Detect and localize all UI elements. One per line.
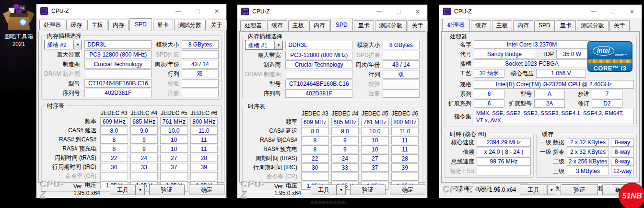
tab-mainboard[interactable]: 主板: [492, 20, 512, 31]
cpuz-window-spd-slot1: CPU-Z — ✕ 处理器 缓存 主板 内存 SPD 显卡 测試分數 关于 内存…: [237, 4, 428, 198]
tab-spd[interactable]: SPD: [534, 20, 555, 31]
timing-cell: 9: [331, 145, 359, 153]
model-field: A: [534, 90, 565, 98]
tab-memory[interactable]: 内存: [513, 20, 533, 31]
timing-cell: 33: [130, 163, 158, 171]
timing-cell: 37: [160, 163, 188, 171]
serial-number-field: 402D381F: [285, 89, 352, 98]
timing-row-label: CAS# 延迟: [45, 127, 98, 135]
tab-caches[interactable]: 缓存: [267, 20, 287, 31]
codename-label: 代号: [447, 50, 474, 58]
group-title: 处理器: [448, 33, 469, 41]
tools-dropdown-button[interactable]: ▼: [337, 185, 345, 195]
ok-button[interactable]: 确定: [189, 185, 224, 195]
validate-button[interactable]: 验证: [350, 185, 386, 195]
bus-speed-label: 总线速度: [447, 158, 477, 166]
tab-about[interactable]: 关于: [408, 20, 428, 31]
slot-select-combobox[interactable]: 插槽 #2 ▼: [44, 40, 82, 49]
timing-cell: 30: [100, 163, 128, 171]
specification-field: Intel(R) Core(TM) i3-2370M CPU @ 2.40GHz: [474, 80, 634, 89]
tab-graphics[interactable]: 显卡: [354, 20, 374, 31]
registered-field: [383, 89, 420, 98]
cpuz-window-cpu: CPU-Z — ✕ 处理器 缓存 主板 内存 SPD 显卡 测試分數 关于 处理…: [439, 4, 642, 198]
minimize-button[interactable]: —: [584, 5, 603, 18]
tools-dropdown-button[interactable]: ▼: [547, 185, 556, 195]
timing-cell: 39: [391, 163, 419, 172]
tab-mainboard[interactable]: 主板: [288, 20, 308, 31]
tab-cpu[interactable]: 处理器: [39, 20, 65, 30]
manufacturer-field: Crucial Technology: [285, 60, 352, 69]
timing-column-header: JEDEC #6: [190, 110, 218, 116]
timing-cell: 10: [361, 145, 389, 153]
timing-column-header: JEDEC #5: [160, 110, 188, 116]
faint-watermark-smudge: [311, 201, 346, 204]
tab-memory[interactable]: 内存: [108, 20, 129, 30]
chevron-down-icon[interactable]: ▼: [73, 40, 82, 49]
spd-ext-label: SPD扩展: [352, 51, 383, 59]
part-number-field: CT102464BF160B.C16: [285, 80, 352, 88]
version-text: Ver. 1.95.0.x64: [478, 186, 516, 193]
model-label: 型号: [504, 90, 534, 98]
tab-bench[interactable]: 测試分數: [375, 20, 407, 31]
timings-group: 时序表 JEDEC #3JEDEC #4JEDEC #5JEDEC #6频率60…: [41, 105, 222, 192]
tab-about[interactable]: 关于: [609, 20, 630, 31]
tab-bench[interactable]: 测試分數: [174, 20, 206, 30]
tools-button[interactable]: 工具: [110, 185, 136, 195]
minimize-button[interactable]: —: [370, 5, 389, 18]
group-title: 内存插槽选择: [45, 32, 83, 40]
dram-mfr-field: [85, 69, 152, 78]
memory-type-field: DDR3L: [285, 41, 352, 49]
revision-field: D2: [592, 99, 622, 108]
close-button[interactable]: ✕: [622, 5, 642, 18]
tab-caches[interactable]: 缓存: [66, 20, 86, 30]
slot-select-value: 插槽 #2: [45, 40, 73, 49]
titlebar[interactable]: CPU-Z — ✕: [439, 5, 642, 18]
version-text: Ver. 1.95.0.x64: [73, 183, 110, 196]
slot-select-combobox[interactable]: 插槽 #1 ▼: [245, 40, 283, 50]
package-field: Socket 1023 FCBGA: [474, 59, 590, 68]
name-label: 名字: [447, 41, 474, 49]
validate-button[interactable]: 验证: [561, 185, 598, 195]
desktop-icon-toolbox[interactable]: 64 图吧工具箱 2021: [3, 6, 35, 48]
chevron-down-icon[interactable]: ▼: [274, 41, 282, 49]
timing-column-header: JEDEC #6: [391, 110, 419, 117]
timing-cell: 9.0: [331, 127, 359, 135]
tab-mainboard[interactable]: 主板: [87, 20, 107, 30]
validate-button[interactable]: 验证: [149, 185, 185, 195]
l2-size-field: 2 x 256 KBytes: [567, 157, 609, 166]
tab-graphics[interactable]: 显卡: [153, 20, 173, 30]
close-button[interactable]: ✕: [408, 5, 427, 18]
tab-about[interactable]: 关于: [207, 20, 227, 30]
tab-graphics[interactable]: 显卡: [556, 20, 576, 31]
l3-size-field: 3 MBytes: [567, 167, 609, 175]
serial-number-label: 序列号: [245, 90, 283, 98]
tab-caches[interactable]: 缓存: [471, 20, 491, 31]
intel-product-text: CORE™ i3: [588, 63, 632, 72]
ok-button[interactable]: 确定: [390, 185, 425, 195]
tab-cpu[interactable]: 处理器: [240, 20, 266, 31]
timing-column-header: JEDEC #5: [361, 110, 389, 117]
maximize-button: [389, 5, 408, 18]
tab-memory[interactable]: 内存: [309, 20, 329, 31]
slot-select-value: 插槽 #1: [246, 41, 274, 49]
timing-cell: [331, 173, 359, 181]
intel-die-strip: [588, 59, 632, 63]
tab-spd[interactable]: SPD: [330, 19, 353, 31]
timing-row-label: RAS# 到CAS#: [246, 136, 299, 144]
tools-button[interactable]: 工具: [311, 185, 337, 195]
tab-bench[interactable]: 测試分數: [577, 20, 609, 31]
minimize-button[interactable]: —: [169, 4, 188, 18]
tools-button[interactable]: 工具: [520, 185, 547, 195]
registered-label: 注册: [152, 89, 182, 97]
titlebar[interactable]: CPU-Z — ✕: [36, 4, 226, 18]
group-title: 时序表: [246, 103, 267, 111]
tab-cpu[interactable]: 处理器: [442, 19, 470, 31]
titlebar[interactable]: CPU-Z — ✕: [237, 5, 427, 18]
close-button[interactable]: ✕: [207, 4, 226, 18]
timing-cell: 8.0: [301, 127, 329, 135]
bottom-bar: CPU-Z Ver. 1.95.0.x64 工具 ▼ 验证 确定: [38, 184, 224, 196]
box-opening: [10, 13, 28, 17]
tools-dropdown-button[interactable]: ▼: [136, 185, 144, 195]
timing-cell: [190, 172, 218, 180]
tab-spd[interactable]: SPD: [129, 18, 152, 31]
